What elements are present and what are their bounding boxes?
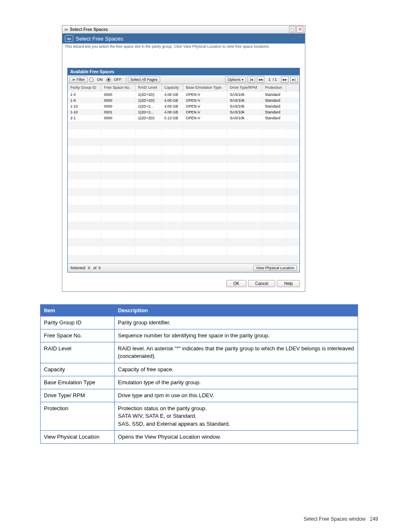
wizard-window: ≫ Select Free Spaces ▢ ✕ hp Select Free … (62, 25, 305, 292)
table-row-empty (68, 171, 299, 180)
cell-c2: 1(2D+2... (136, 109, 162, 115)
panel-toolbar: ≫ Filter ON OFF Select All Pages Options… (68, 75, 299, 84)
cell-c4: OPEN-V (183, 92, 227, 98)
desc-item: Base Emulation Type (41, 376, 115, 389)
options-button[interactable]: Options ▾ (225, 77, 246, 82)
cell-c2: 1(2D+2D) (136, 115, 162, 121)
table-row-empty (68, 129, 299, 138)
cell-c4: OPEN-V (183, 115, 227, 121)
desc-item: Drive Type/ RPM (41, 389, 115, 402)
col-scroll-gutter (286, 84, 299, 92)
desc-text: Drive type and rpm in use on this LDEV. (115, 389, 358, 402)
col-free-space-no[interactable]: Free Space No. (101, 84, 136, 92)
panel-footer: Selected: 0 of 5 View Physical Location (68, 263, 299, 272)
wizard-header-title: Select Free Spaces (76, 36, 123, 42)
cell-c0: 1-4 (68, 92, 101, 98)
cell-c0: 1-9 (68, 98, 101, 103)
cell-c1: 0001 (101, 109, 136, 115)
cell-c3: 0.13 GB (161, 115, 183, 121)
table-row-empty (68, 154, 299, 163)
filter-button[interactable]: ≫ Filter (69, 77, 87, 82)
table-row[interactable]: 1-900001(2D+2D)4.08 GBOPEN-VSAS/10kStand… (68, 98, 299, 103)
desc-text: Emulation type of the parity group. (115, 376, 358, 389)
close-button[interactable]: ✕ (297, 26, 303, 33)
cancel-button[interactable]: Cancel (248, 280, 275, 287)
page-last-button[interactable]: ▸| (290, 76, 298, 83)
table-row[interactable]: 2-100001(2D+2D)0.13 GBOPEN-VSAS/10kStand… (68, 115, 299, 121)
cell-c4: OPEN-V (183, 98, 227, 103)
maximize-button[interactable]: ▢ (289, 26, 296, 33)
col-protection[interactable]: Protection (262, 84, 286, 92)
filter-off-label: OFF (114, 77, 122, 82)
col-base-emulation-type[interactable]: Base Emulation Type (183, 84, 227, 92)
desc-text: Opens the View Physical Location window. (115, 430, 358, 443)
table-row[interactable]: 1-1000001(2D+2...4.08 GBOPEN-VSAS/10kSta… (68, 103, 299, 109)
desc-header-item: Item (41, 304, 115, 316)
view-physical-location-button[interactable]: View Physical Location (253, 265, 297, 271)
filter-on-radio[interactable] (89, 77, 94, 82)
col-raid-level[interactable]: RAID Level (136, 84, 162, 92)
table-row-empty (68, 221, 299, 230)
cell-c2: 1(2D+2D) (136, 98, 162, 103)
table-row-empty (68, 188, 299, 196)
desc-row: CapacityCapacity of free space. (41, 363, 358, 376)
page-first-button[interactable]: |◂ (248, 76, 255, 83)
cell-c1: 0000 (101, 103, 136, 109)
cell-c5: SAS/10k (227, 109, 262, 115)
cell-c4: OPEN-V (183, 103, 227, 109)
table-row-empty (68, 213, 299, 221)
cell-c6: Standard (262, 92, 286, 98)
filter-toggle[interactable]: ON OFF (89, 77, 124, 82)
help-button[interactable]: Help (277, 280, 300, 287)
wizard-actions: OK Cancel Help (62, 277, 305, 291)
free-spaces-table: Parity Group ID Free Space No. RAID Leve… (68, 84, 299, 263)
page-prev-button[interactable]: ◂◂ (257, 76, 264, 83)
wizard-header: hp Select Free Spaces (62, 33, 305, 44)
filter-on-label: ON (97, 77, 103, 82)
desc-row: Drive Type/ RPMDrive type and rpm in use… (41, 389, 358, 402)
cell-c5: SAS/10k (227, 92, 262, 98)
desc-text: Protection status on the parity group. S… (115, 402, 358, 431)
cell-c5: SAS/10k (227, 103, 262, 109)
filter-off-radio[interactable] (106, 77, 111, 82)
desc-text: Capacity of free space. (115, 363, 358, 376)
table-row-empty (68, 121, 299, 129)
select-all-pages-button[interactable]: Select All Pages (128, 77, 160, 82)
table-header-row: Parity Group ID Free Space No. RAID Leve… (68, 84, 299, 92)
desc-row: Parity Group IDParity group identifier. (41, 316, 358, 329)
table-row[interactable]: 1-400001(2D+2D)4.08 GBOPEN-VSAS/10kStand… (68, 92, 299, 98)
table-row-empty (68, 196, 299, 205)
desc-row: Free Space No.Sequence number for identi… (41, 329, 358, 342)
page-indicator: 1 / 1 (266, 77, 279, 82)
desc-row: Base Emulation TypeEmulation type of the… (41, 376, 358, 389)
chevron-down-icon: ▾ (242, 78, 243, 82)
desc-item: RAID Level (41, 342, 115, 363)
desc-item: Free Space No. (41, 329, 115, 342)
cell-c0: 1-10 (68, 109, 101, 115)
cell-c1: 0000 (101, 98, 136, 103)
cell-c6: Standard (262, 103, 286, 109)
col-capacity[interactable]: Capacity (161, 84, 183, 92)
panel-title: Available Free Spaces (68, 68, 299, 75)
table-row-empty (68, 238, 299, 247)
table-row[interactable]: 1-1000011(2D+2...4.08 GBOPEN-VSAS/10kSta… (68, 109, 299, 115)
page-next-button[interactable]: ▸▸ (281, 76, 289, 83)
desc-text: Parity group identifier. (115, 316, 358, 329)
desc-item: Capacity (41, 363, 115, 376)
table-row-empty (68, 146, 299, 154)
collapse-chevron-icon[interactable]: ≫ (64, 27, 68, 32)
chevron-up-icon: ≫ (72, 78, 75, 82)
cell-c3: 4.08 GB (161, 98, 183, 103)
cell-c3: 4.08 GB (161, 92, 183, 98)
table-row-empty (68, 138, 299, 146)
col-drive-type-rpm[interactable]: Drive Type/RPM (227, 84, 262, 92)
cell-c6: Standard (262, 115, 286, 121)
desc-item: Parity Group ID (41, 316, 115, 329)
table-row-empty (68, 247, 299, 255)
desc-header-description: Description (115, 304, 358, 316)
col-parity-group-id[interactable]: Parity Group ID (68, 84, 101, 92)
desc-text: Sequence number for identifying free spa… (115, 329, 358, 342)
cell-c2: 1(2D+2... (136, 103, 162, 109)
ok-button[interactable]: OK (226, 280, 246, 287)
selected-status: Selected: 0 of 5 (70, 266, 253, 270)
